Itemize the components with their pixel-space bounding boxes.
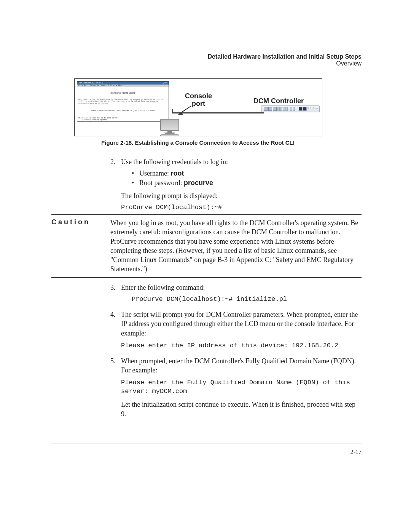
step-5-after: Let the initialization script continue t… [121, 400, 362, 419]
terminal-body: RESTRICTED RIGHTS LEGEND Use, duplicatio… [77, 87, 169, 122]
terminal-titlebar: Tera Term Web 3.1 - COM1 VT _ □ × [77, 81, 169, 85]
step-2-after: The following prompt is displayed: [121, 191, 362, 200]
caution-label: Caution [51, 218, 90, 226]
step-5: 5. When prompted, enter the DCM Controll… [110, 356, 362, 421]
username-label: Username: [139, 169, 170, 177]
terminal-menubar: File Edit Setup Web Control Window Help [77, 85, 169, 88]
terminal-para1: Use, duplication, or disclosure by the G… [78, 99, 167, 105]
caution-text: When you log in as root, you have all ri… [110, 215, 362, 277]
workstation-icon [158, 119, 181, 136]
header-title: Detailed Hardware Installation and Initi… [51, 53, 362, 60]
dcm-device: HP ProCurve [261, 105, 320, 112]
username-value: root [170, 169, 184, 177]
console-cable [172, 112, 264, 113]
dcm-controller-label: DCM Controller [253, 97, 304, 105]
terminal-title: Tera Term Web 3.1 - COM1 VT [78, 82, 105, 84]
terminal-window: Tera Term Web 3.1 - COM1 VT _ □ × File E… [77, 81, 169, 122]
figure-frame: Tera Term Web 3.1 - COM1 VT _ □ × File E… [74, 78, 322, 136]
page-header: Detailed Hardware Installation and Initi… [51, 53, 362, 67]
step-3: 3. Enter the following command: ProCurve… [110, 283, 362, 308]
password-label: Root password: [139, 179, 184, 187]
page-number: 2-17 [51, 449, 362, 455]
step-number: 2. [110, 157, 121, 212]
step-5-text: When prompted, enter the DCM Controller'… [121, 356, 362, 375]
device-brand-label: HP ProCurve [307, 107, 318, 109]
header-subtitle: Overview [51, 60, 362, 67]
step-2: 2. Use the following credentials to log … [110, 157, 362, 212]
caution-rule-bottom [51, 277, 362, 278]
step-5-code: Please enter the Fully Qualified Domain … [121, 379, 362, 396]
figure-caption: Figure 2-18. Establishing a Console Conn… [74, 139, 322, 146]
caution-block: Caution When you log in as root, you hav… [51, 215, 362, 277]
terminal-heading: RESTRICTED RIGHTS LEGEND [78, 92, 167, 94]
step-2-code: ProCurve DCM(localhost):~# [121, 203, 362, 212]
step-3-code: ProCurve DCM(localhost):~# initialize.pl [132, 295, 362, 304]
step-number: 4. [110, 310, 121, 354]
bullet-password: • Root password: procurve [132, 178, 362, 188]
terminal-para2: HEWLETT-PACKARD COMPANY, 3000 Hanover St… [78, 110, 167, 112]
window-controls-icon: _ □ × [163, 82, 168, 84]
step-4-text: The script will prompt you for DCM Contr… [121, 310, 362, 338]
step-2-text: Use the following credentials to log in: [121, 157, 362, 166]
bullet-username: • Username: root [132, 169, 362, 178]
footer-rule [51, 444, 362, 444]
step-4-code: Please enter the IP address of this devi… [121, 342, 362, 350]
step-number: 3. [110, 283, 121, 308]
arrow-icon [177, 105, 193, 117]
console-port-label: Console port [185, 92, 212, 107]
terminal-para3: We'd like to keep you up to date about: … [78, 117, 167, 122]
password-value: procurve [184, 179, 213, 187]
console-cable-vert [172, 109, 173, 113]
step-4: 4. The script will prompt you for DCM Co… [110, 310, 362, 354]
step-3-text: Enter the following command: [121, 283, 362, 292]
step-number: 5. [110, 356, 121, 421]
